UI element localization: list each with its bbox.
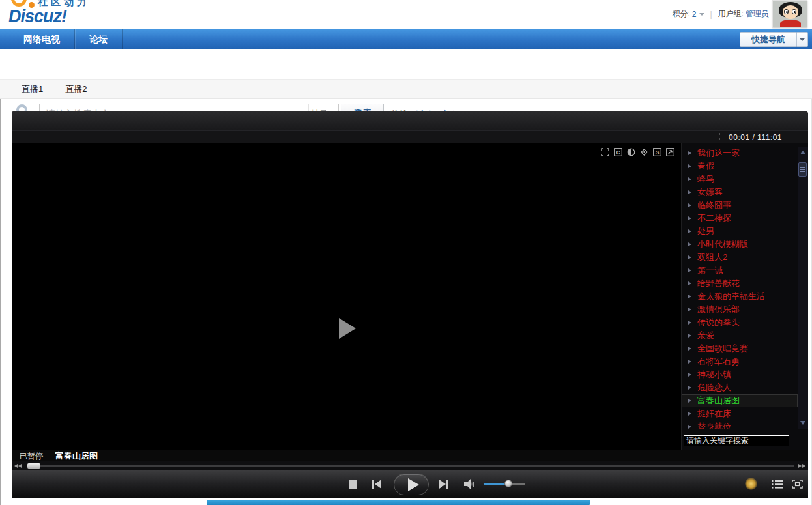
playlist-item[interactable]: 金太狼的幸福生活 <box>682 290 798 303</box>
playlist-item-title: 富春山居图 <box>697 394 740 407</box>
playlist-item[interactable]: 激情俱乐部 <box>682 303 798 316</box>
quick-nav-dropdown[interactable] <box>797 32 808 47</box>
quick-nav-label[interactable]: 快捷导航 <box>740 32 797 47</box>
playlist-item-title: 第一诫 <box>697 264 723 277</box>
scrollbar-thumb[interactable] <box>798 162 807 177</box>
playlist-bullet-icon <box>688 177 691 181</box>
playlist-item-title: 全国歌唱竞赛 <box>697 342 748 355</box>
playlist-bullet-icon <box>688 255 691 259</box>
fullscreen-corners-icon[interactable] <box>601 148 609 156</box>
target-icon[interactable] <box>640 148 648 156</box>
playlist-bullet-icon <box>688 295 691 298</box>
playlist-bullet-icon <box>688 347 691 351</box>
playlist-bullet-icon <box>688 268 691 272</box>
playlist-item[interactable]: 传说的拳头 <box>682 316 798 329</box>
quick-nav-button[interactable]: 快捷导航 <box>740 32 808 47</box>
search-row: 帖子 搜索 热搜: 活动交友discuz <box>0 49 812 79</box>
playlist-item[interactable]: 神秘小镇 <box>682 368 798 381</box>
playlist-item-title: 激情俱乐部 <box>697 303 740 316</box>
next-button[interactable] <box>439 480 448 489</box>
playlist-item[interactable]: 危险恋人 <box>682 381 798 394</box>
playlist-item[interactable]: 春假 <box>682 160 798 173</box>
header: 社区动力 Discuz! 积分: 2 | 用户组: 管理员 <box>0 0 812 29</box>
subtitle-icon[interactable]: S <box>653 148 661 156</box>
playlist-bullet-icon <box>688 425 691 429</box>
nav-tab[interactable]: 论坛 <box>75 29 123 49</box>
glow-orb-icon <box>745 478 757 490</box>
playlist-item[interactable]: 全国歌唱竞赛 <box>682 342 798 355</box>
playlist-bullet-icon <box>688 412 691 416</box>
playlist-item[interactable]: 替身就位 <box>682 420 798 429</box>
playlist-bullet-icon <box>688 151 691 155</box>
playlist-item[interactable]: 给野兽献花 <box>682 277 798 290</box>
avatar-shirt <box>780 20 801 27</box>
playlist-item[interactable]: 蜂鸟 <box>682 173 798 186</box>
volume-handle[interactable] <box>504 480 512 487</box>
playlist-item[interactable]: 女嫖客 <box>682 186 798 199</box>
video-player: 00:01 / 111:01 C S <box>12 111 808 498</box>
play-icon <box>408 478 419 491</box>
previous-button[interactable] <box>372 480 381 489</box>
playlist-item-title: 双狙人2 <box>697 251 727 264</box>
playlist-bullet-icon <box>688 399 691 403</box>
contrast-icon[interactable] <box>627 148 635 156</box>
chevron-down-icon <box>800 38 805 41</box>
logo-bubble-icon <box>11 0 27 7</box>
forward-icon[interactable] <box>798 464 805 468</box>
avatar[interactable] <box>772 0 807 27</box>
popout-icon[interactable] <box>666 148 674 156</box>
channel-tab[interactable]: 直播1 <box>22 80 43 98</box>
playlist-bullet-icon <box>688 164 691 168</box>
playlist-item[interactable]: 亲爱 <box>682 329 798 342</box>
credits-value[interactable]: 2 <box>692 10 697 19</box>
video-area[interactable]: C S <box>12 143 681 450</box>
seek-handle[interactable] <box>27 463 40 469</box>
playlist-item-title: 给野兽献花 <box>697 277 740 290</box>
playlist-item[interactable]: 处男 <box>682 225 798 238</box>
playlist-item-title: 小时代模糊版 <box>697 238 748 251</box>
stop-button[interactable] <box>349 480 357 489</box>
playlist-item-title: 女嫖客 <box>697 186 723 199</box>
usergroup-value[interactable]: 管理员 <box>746 8 769 20</box>
volume-icon[interactable] <box>464 478 477 490</box>
playlist-item[interactable]: 石将军石勇 <box>682 355 798 368</box>
play-button[interactable] <box>394 474 429 495</box>
playlist-item[interactable]: 双狙人2 <box>682 251 798 264</box>
playlist-item-title: 传说的拳头 <box>697 316 740 329</box>
nav-tab[interactable]: 网络电视 <box>9 29 75 49</box>
fullscreen-button-icon[interactable] <box>792 480 803 489</box>
play-overlay-icon[interactable] <box>339 318 356 339</box>
refresh-icon[interactable]: C <box>614 148 622 156</box>
playlist-item[interactable]: 第一诫 <box>682 264 798 277</box>
credits-dropdown-icon[interactable] <box>699 13 704 16</box>
avatar-eye <box>784 9 789 14</box>
playlist-toggle-icon[interactable] <box>772 480 783 489</box>
playlist-item[interactable]: 捉奸在床 <box>682 407 798 420</box>
seek-bar[interactable] <box>12 461 808 470</box>
site-logo[interactable]: Discuz! <box>8 7 66 27</box>
channel-strip: 直播1直播2 <box>0 79 812 99</box>
playlist-scrollbar[interactable] <box>798 147 808 429</box>
svg-text:S: S <box>656 149 660 156</box>
playlist-search-input[interactable] <box>684 435 789 446</box>
user-info: 积分: 2 | 用户组: 管理员 <box>673 8 770 20</box>
channel-tab[interactable]: 直播2 <box>65 80 87 98</box>
main-nav: 网络电视论坛 快捷导航 <box>0 29 812 49</box>
scroll-down-icon[interactable] <box>800 421 805 425</box>
rewind-icon[interactable] <box>14 464 22 468</box>
playlist-item[interactable]: 小时代模糊版 <box>682 238 798 251</box>
playlist: 我们这一家 春假 蜂鸟 <box>682 147 798 429</box>
playlist-bullet-icon <box>688 203 691 207</box>
playlist-bullet-icon <box>688 242 691 246</box>
seek-track[interactable] <box>27 465 794 467</box>
playlist-item-title: 我们这一家 <box>697 147 740 160</box>
page: 社区动力 Discuz! 积分: 2 | 用户组: 管理员 网络电视论坛 快捷导… <box>0 0 812 505</box>
scroll-up-icon[interactable] <box>800 151 805 154</box>
playlist-item[interactable]: 我们这一家 <box>682 147 798 160</box>
playlist-item[interactable]: 富春山居图 <box>682 394 798 407</box>
playlist-panel: 我们这一家 春假 蜂鸟 <box>681 143 808 450</box>
divider: | <box>710 10 712 19</box>
playlist-item[interactable]: 不二神探 <box>682 212 798 225</box>
player-status-bar: 已暂停 富春山居图 <box>12 450 808 461</box>
playlist-item[interactable]: 临终囧事 <box>682 199 798 212</box>
